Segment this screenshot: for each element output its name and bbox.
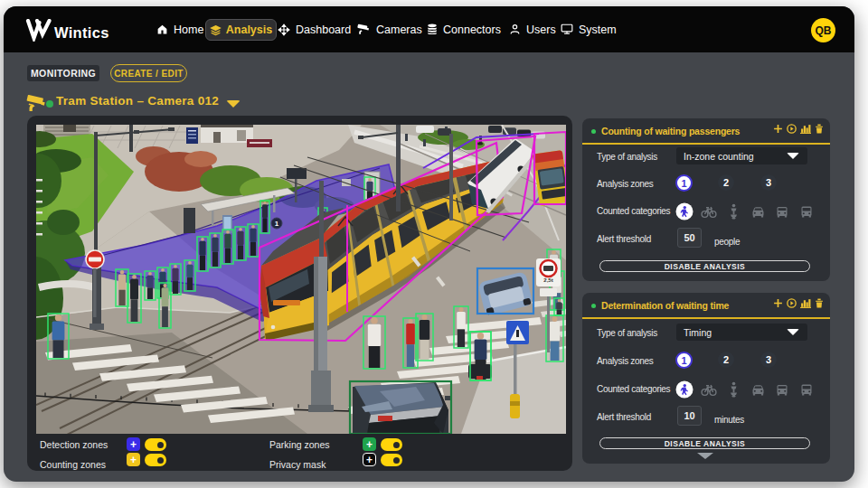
svg-text:1: 1 (275, 220, 279, 228)
svg-text:2,5t: 2,5t (543, 277, 552, 283)
